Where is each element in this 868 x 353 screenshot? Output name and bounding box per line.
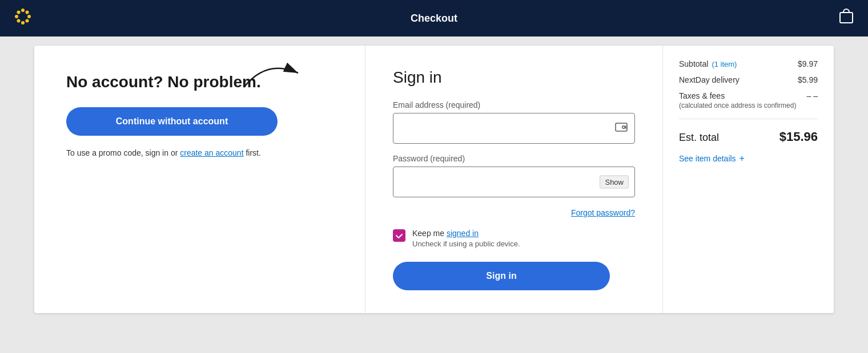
password-input[interactable] xyxy=(393,167,634,197)
order-divider xyxy=(679,119,818,119)
svg-point-2 xyxy=(15,15,18,18)
subtotal-row: Subtotal (1 item) $9.97 xyxy=(679,59,818,68)
item-count: (1 item) xyxy=(712,60,737,68)
signin-button[interactable]: Sign in xyxy=(393,262,610,290)
svg-point-7 xyxy=(17,19,21,22)
delivery-row: NextDay delivery $5.99 xyxy=(679,75,818,84)
email-icon xyxy=(615,123,628,134)
svg-rect-8 xyxy=(840,13,853,23)
walmart-logo-icon xyxy=(14,7,32,30)
order-summary-panel: Subtotal (1 item) $9.97 NextDay delivery… xyxy=(662,46,834,313)
svg-point-6 xyxy=(26,10,29,14)
keep-signed-in-section: Keep me signed in Uncheck if using a pub… xyxy=(393,228,635,248)
svg-point-1 xyxy=(21,21,25,25)
delivery-label: NextDay delivery xyxy=(679,75,740,84)
signed-in-link[interactable]: signed in xyxy=(447,229,479,238)
svg-rect-13 xyxy=(625,125,626,129)
password-label: Password (required) xyxy=(393,154,635,163)
delivery-value: $5.99 xyxy=(798,75,818,84)
email-input-wrapper xyxy=(393,113,635,144)
keep-signed-in-label: Keep me signed in Uncheck if using a pub… xyxy=(412,228,520,248)
see-item-details-link[interactable]: See item details + xyxy=(679,153,818,164)
promo-suffix: first. xyxy=(246,148,260,157)
main-wrapper: No account? No problem. Continue without… xyxy=(0,36,868,353)
taxes-label: Taxes & fees xyxy=(679,91,796,100)
password-form-group: Password (required) Show xyxy=(393,154,635,197)
keep-signed-in-checkbox[interactable] xyxy=(393,229,405,242)
svg-point-4 xyxy=(17,10,21,14)
est-total-value: $15.96 xyxy=(779,129,818,144)
subtotal-label: Subtotal xyxy=(679,59,708,68)
promo-text: To use a promo code, sign in or create a… xyxy=(66,147,337,159)
email-label: Email address (required) xyxy=(393,100,635,109)
signin-heading: Sign in xyxy=(393,68,635,87)
est-total-row: Est. total $15.96 xyxy=(679,129,818,144)
cart-icon[interactable] xyxy=(838,9,854,28)
create-account-link[interactable]: create an account xyxy=(180,148,243,157)
main-container: No account? No problem. Continue without… xyxy=(34,46,834,313)
taxes-value: – – xyxy=(807,91,818,100)
show-password-button[interactable]: Show xyxy=(600,176,629,189)
signin-panel: Sign in Email address (required) xyxy=(365,46,662,313)
forgot-password-link[interactable]: Forgot password? xyxy=(571,208,635,217)
subtotal-value: $9.97 xyxy=(798,59,818,68)
see-details-plus-icon: + xyxy=(740,153,745,164)
no-account-heading: No account? No problem. xyxy=(66,73,261,91)
see-item-details-row: See item details + xyxy=(679,153,818,164)
email-form-group: Email address (required) xyxy=(393,100,635,144)
site-header: Checkout xyxy=(0,0,868,36)
no-account-panel: No account? No problem. Continue without… xyxy=(34,46,365,313)
keep-signed-sub: Uncheck if using a public device. xyxy=(412,240,520,248)
page-title: Checkout xyxy=(411,13,457,25)
svg-point-3 xyxy=(27,15,31,18)
password-input-wrapper: Show xyxy=(393,167,635,197)
svg-point-5 xyxy=(26,19,29,22)
email-input[interactable] xyxy=(393,113,634,143)
taxes-row: Taxes & fees (calculated once address is… xyxy=(679,91,818,109)
taxes-sub: (calculated once address is confirmed) xyxy=(679,102,796,109)
svg-point-0 xyxy=(21,9,25,12)
svg-point-12 xyxy=(623,127,625,128)
est-total-label: Est. total xyxy=(679,132,719,144)
continue-without-account-button[interactable]: Continue without account xyxy=(66,107,278,136)
forgot-password-section: Forgot password? xyxy=(393,208,635,218)
